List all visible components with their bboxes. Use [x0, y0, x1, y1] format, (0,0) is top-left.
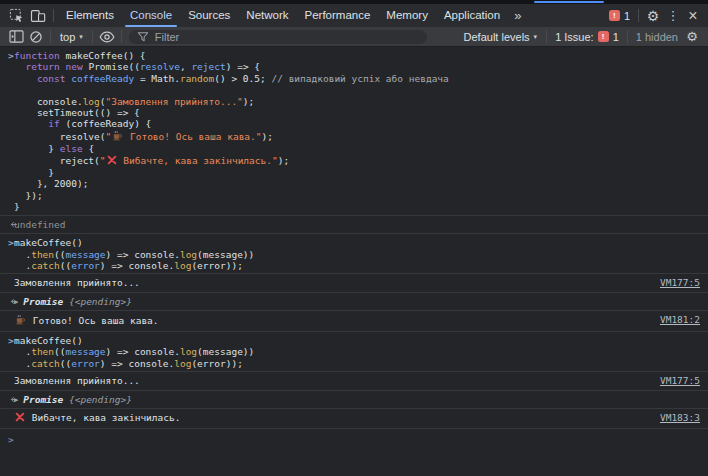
return-value-arrow-icon [0, 219, 14, 232]
live-expression-eye-icon[interactable] [97, 28, 117, 46]
console-entry-input: >makeCoffee() .then((message) => console… [0, 332, 708, 372]
chevron-down-icon: ▾ [79, 33, 83, 41]
divider [121, 30, 122, 43]
code-block: function makeCoffee() { return new Promi… [14, 50, 708, 213]
expand-triangle-icon[interactable]: ▶ [14, 298, 18, 306]
console-entry-log: Вибачте, кава закінчилась.VM183:3 [0, 409, 708, 429]
message-text: Вибачте, кава закінчилась. [14, 412, 648, 426]
message-text: ▶Promise {<pending>} [14, 394, 708, 407]
device-toolbar-icon[interactable] [27, 6, 49, 26]
console-entry-promise: ▶Promise {<pending>} [0, 391, 708, 410]
console-entry-input: >makeCoffee() .then((message) => console… [0, 234, 708, 274]
console-entry-log: Замовлення прийнято...VM177:5 [0, 372, 708, 391]
console-settings-gear-icon[interactable]: ⚙ [682, 27, 702, 47]
coffee-icon [112, 130, 123, 143]
message-text: ▶Promise {<pending>} [14, 296, 708, 309]
prompt-chevron-icon: > [0, 434, 14, 446]
code-block: makeCoffee() .then((message) => console.… [14, 237, 708, 271]
input-chevron-icon: > [0, 50, 14, 62]
tabs: ElementsConsoleSourcesNetworkPerformance… [58, 4, 508, 27]
error-badge-icon: ! [609, 10, 620, 21]
tab-sources[interactable]: Sources [180, 4, 238, 27]
input-chevron-icon: > [0, 335, 14, 347]
input-chevron-icon: > [0, 237, 14, 249]
expand-triangle-icon[interactable]: ▶ [14, 396, 18, 404]
more-tabs-button[interactable]: » [508, 8, 527, 23]
tab-performance[interactable]: Performance [297, 4, 379, 27]
issues-count: 1 [613, 31, 619, 43]
console-entry-input: >function makeCoffee() { return new Prom… [0, 47, 708, 216]
xmark-icon [15, 412, 25, 426]
return-value-arrow-icon [0, 394, 14, 407]
message-text: Замовлення прийнято... [14, 375, 648, 388]
chevron-down-icon: ▾ [534, 33, 538, 41]
issues-label: 1 Issue: [555, 31, 594, 43]
message-text: Готово! Ось ваша кава. [14, 314, 648, 329]
console-errors-badge[interactable]: ! 1 [605, 10, 634, 22]
log-levels-dropdown[interactable]: Default levels▾ [459, 31, 543, 43]
issue-badge-icon: ! [598, 31, 609, 42]
source-link[interactable]: VM177:5 [648, 277, 708, 290]
tab-network[interactable]: Network [238, 4, 296, 27]
console-sidebar-icon[interactable] [6, 28, 26, 46]
error-count: 1 [624, 10, 630, 22]
message-text: undefined [14, 219, 708, 232]
divider [92, 30, 93, 43]
coffee-icon [15, 314, 26, 329]
issues-counter-button[interactable]: 1 Issue: ! 1 [551, 31, 623, 43]
divider [638, 9, 639, 22]
console-entry-promise: ▶Promise {<pending>} [0, 293, 708, 312]
devtools-window: ElementsConsoleSourcesNetworkPerformance… [0, 0, 708, 476]
console-output: >function makeCoffee() { return new Prom… [0, 47, 708, 476]
toolbar-right: Default levels▾ 1 Issue: ! 1 1 hidden ⚙ [459, 27, 702, 47]
console-toolbar: top▾ Filter Default levels▾ 1 Issue: ! 1… [0, 27, 708, 47]
message-text: Замовлення прийнято... [14, 277, 648, 290]
console-entry-log: Замовлення прийнято...VM177:5 [0, 274, 708, 293]
return-value-arrow-icon [0, 296, 14, 309]
tab-application[interactable]: Application [436, 4, 508, 27]
divider [53, 9, 54, 22]
filter-placeholder: Filter [155, 31, 179, 43]
source-link[interactable]: VM181:2 [648, 314, 708, 327]
clear-console-icon[interactable] [26, 28, 46, 46]
console-entry-prompt[interactable]: > [0, 429, 708, 448]
divider [50, 30, 51, 43]
kebab-menu-icon[interactable]: ⋮ [663, 6, 683, 26]
hidden-messages-label: 1 hidden [632, 31, 682, 43]
code-block: makeCoffee() .then((message) => console.… [14, 335, 708, 369]
browser-tab-highlight [534, 1, 604, 3]
close-icon[interactable]: × [683, 6, 703, 26]
tab-console[interactable]: Console [122, 4, 180, 27]
filter-input[interactable]: Filter [129, 30, 427, 44]
settings-gear-icon[interactable]: ⚙ [643, 6, 663, 26]
tabbar-right: ! 1 ⚙ ⋮ × [605, 6, 703, 26]
inspect-element-icon[interactable] [5, 6, 27, 26]
context-selector[interactable]: top▾ [55, 31, 88, 43]
tab-elements[interactable]: Elements [58, 4, 122, 27]
devtools-tabbar: ElementsConsoleSourcesNetworkPerformance… [0, 4, 708, 27]
tab-memory[interactable]: Memory [378, 4, 436, 27]
divider [546, 30, 547, 43]
funnel-icon [137, 31, 149, 43]
xmark-icon [107, 155, 117, 167]
console-entry-log: Готово! Ось ваша кава.VM181:2 [0, 311, 708, 332]
divider [627, 30, 628, 43]
source-link[interactable]: VM183:3 [648, 412, 708, 425]
console-entry-result: undefined [0, 216, 708, 235]
source-link[interactable]: VM177:5 [648, 375, 708, 388]
